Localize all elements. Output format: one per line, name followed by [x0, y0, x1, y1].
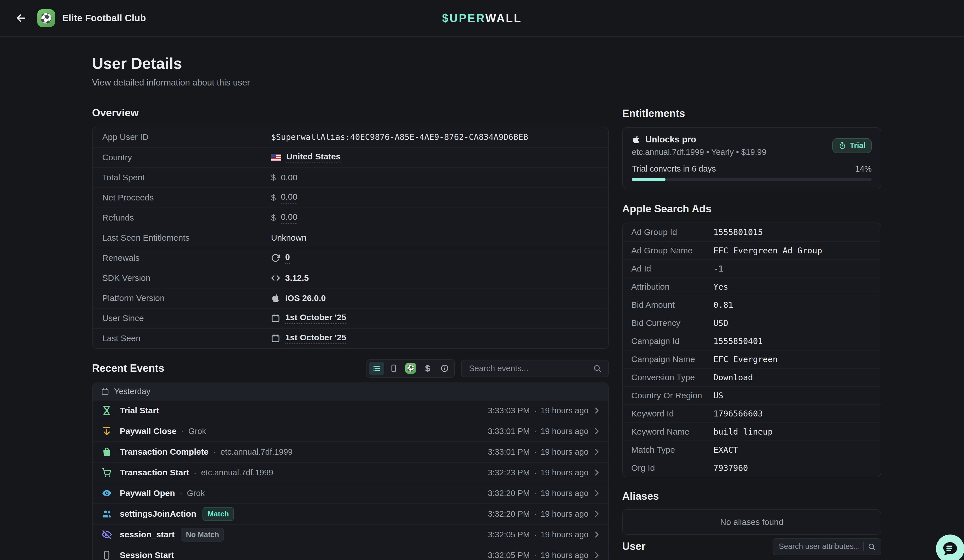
filter-all-events-button[interactable]: [369, 362, 384, 375]
filter-revenue-events-button[interactable]: $: [420, 362, 435, 375]
row-value-text: 1555801015: [713, 227, 763, 237]
chevron-right-icon: [593, 427, 601, 435]
user-section-header: User: [622, 538, 881, 555]
table-row: Campaign NameEFC Evergreen: [623, 350, 881, 368]
table-row: Renewals0: [93, 248, 608, 268]
right-column: Entitlements Unlocks pro etc.annual.7df.…: [622, 54, 881, 555]
event-row[interactable]: Transaction Start·etc.annual.7df.19993:3…: [93, 462, 608, 483]
table-row: Ad Group NameEFC Evergreen Ad Group: [623, 241, 881, 259]
event-timestamp: 3:32:23 PM: [488, 468, 530, 477]
event-row[interactable]: settingsJoinActionMatch3:32:20 PM·19 hou…: [93, 503, 608, 524]
row-label: Refunds: [102, 213, 271, 223]
row-value-text[interactable]: 0.00: [281, 192, 297, 203]
row-label: Campaign Id: [631, 336, 713, 346]
row-value-text: EXACT: [713, 445, 738, 455]
event-timestamp: 3:33:01 PM: [488, 427, 530, 436]
table-row: Country Or RegionUS: [623, 386, 881, 404]
row-value-text: $SuperwallAlias:40EC9876-A85E-4AE9-8762-…: [271, 132, 528, 142]
events-list: Yesterday Trial Start3:33:03 PM·19 hours…: [92, 383, 609, 560]
chevron-right-icon: [593, 530, 601, 539]
event-row[interactable]: session_startNo Match3:32:05 PM·19 hours…: [93, 524, 608, 545]
row-label: Ad Group Name: [631, 246, 713, 256]
row-label: Campaign Name: [631, 355, 713, 364]
row-value-text[interactable]: United States: [286, 152, 341, 163]
row-label: Keyword Id: [631, 409, 713, 418]
page-subtitle: View detailed information about this use…: [92, 78, 609, 88]
event-row[interactable]: Transaction Complete·etc.annual.7df.1999…: [93, 441, 608, 462]
event-ago: 19 hours ago: [541, 427, 588, 436]
event-detail: etc.annual.7df.1999: [220, 447, 293, 457]
dot-separator: ·: [534, 551, 537, 560]
event-timestamp: 3:32:05 PM: [488, 551, 530, 560]
back-button[interactable]: [13, 10, 29, 26]
row-value: $0.00: [271, 173, 297, 182]
table-row: CountryUnited States: [93, 147, 608, 167]
event-name: Transaction Complete: [120, 447, 208, 457]
dot-separator: ·: [194, 468, 197, 477]
user-attributes-search-input[interactable]: [778, 542, 859, 551]
event-row[interactable]: Paywall Open·Grok3:32:20 PM·19 hours ago: [93, 483, 608, 503]
event-row[interactable]: Trial Start3:33:03 PM·19 hours ago: [93, 400, 608, 421]
chevron-right-icon: [593, 510, 601, 518]
calendar-icon: [271, 334, 280, 343]
table-row: App User ID$SuperwallAlias:40EC9876-A85E…: [93, 127, 608, 147]
row-value: $0.00: [271, 192, 297, 203]
row-label: Attribution: [631, 282, 713, 291]
row-value-text: 0.00: [281, 173, 297, 182]
phone-icon: [389, 364, 398, 373]
row-value-text[interactable]: 0: [285, 252, 290, 264]
event-row[interactable]: Session Start3:32:05 PM·19 hours ago: [93, 545, 608, 560]
product-name: Unlocks pro: [645, 135, 696, 145]
recent-events-heading: Recent Events: [92, 362, 164, 374]
events-search: [461, 360, 609, 377]
row-value: 0: [271, 252, 290, 264]
recent-events-header: Recent Events ⚽: [92, 359, 609, 378]
filter-app-events-button[interactable]: ⚽: [403, 362, 418, 375]
event-ago: 19 hours ago: [541, 551, 588, 560]
row-value: US: [713, 391, 723, 400]
table-row: Ad Group Id1555801015: [623, 223, 881, 241]
event-ago: 19 hours ago: [541, 530, 588, 539]
event-name: Transaction Start: [120, 468, 189, 477]
events-search-input[interactable]: [468, 363, 593, 373]
row-value: USD: [713, 318, 728, 328]
table-row: Bid Amount0.81: [623, 296, 881, 314]
row-value: 1796566603: [713, 409, 763, 418]
filter-info-events-button[interactable]: [437, 362, 452, 375]
row-value: Yes: [713, 282, 728, 291]
row-label: Conversion Type: [631, 373, 713, 382]
filter-device-events-button[interactable]: [386, 362, 401, 375]
row-value-text: 1796566603: [713, 409, 763, 418]
row-value: United States: [271, 152, 341, 163]
row-value-text: build lineup: [713, 427, 773, 436]
phone-icon: [101, 550, 112, 560]
row-value-text[interactable]: 1st October '25: [285, 333, 346, 344]
event-timestamp: 3:32:05 PM: [488, 530, 530, 539]
row-value-text[interactable]: 1st October '25: [285, 313, 346, 324]
superwall-logo: $UPERWALL: [442, 12, 522, 24]
trial-converts-text: Trial converts in 6 days: [632, 164, 716, 174]
row-value-text: Unknown: [271, 233, 306, 243]
row-value: EFC Evergreen Ad Group: [713, 246, 822, 256]
event-row[interactable]: Paywall Close·Grok3:33:01 PM·19 hours ag…: [93, 421, 608, 441]
top-bar: ⚽ Elite Football Club $UPERWALL: [0, 0, 964, 37]
event-name: Session Start: [120, 550, 174, 560]
row-value: build lineup: [713, 427, 773, 436]
table-row: Last Seen EntitlementsUnknown: [93, 228, 608, 248]
row-label: Org Id: [631, 463, 713, 473]
row-value-text: Yes: [713, 282, 728, 291]
event-ago: 19 hours ago: [541, 488, 588, 498]
support-chat-button[interactable]: [936, 534, 964, 560]
table-row: Ad Id-1: [623, 259, 881, 277]
row-value-text: iOS 26.0.0: [285, 293, 326, 303]
row-value: 1st October '25: [271, 333, 346, 344]
info-icon: [440, 364, 449, 373]
dot-separator: ·: [179, 488, 182, 498]
chevron-right-icon: [593, 448, 601, 456]
row-value-text[interactable]: 0.00: [281, 212, 297, 224]
row-label: Last Seen Entitlements: [102, 233, 271, 243]
trial-progress-fill: [632, 178, 666, 181]
event-name: Paywall Open: [120, 488, 175, 498]
event-time: 3:32:05 PM·19 hours ago: [488, 530, 601, 539]
trial-badge: Trial: [832, 138, 872, 153]
